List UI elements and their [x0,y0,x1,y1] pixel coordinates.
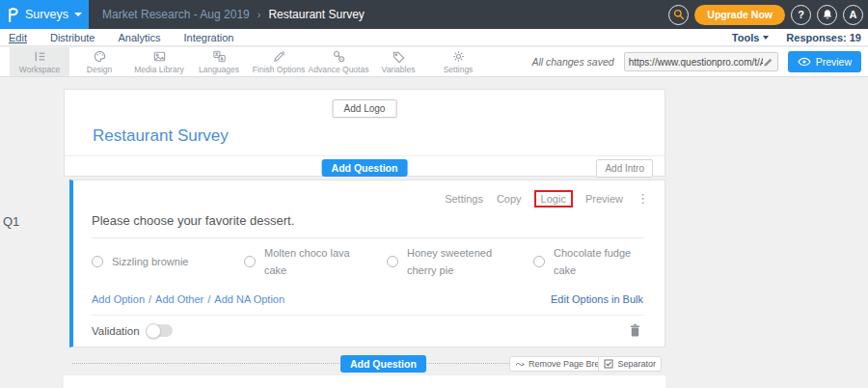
toolbar-item-variables[interactable]: Variables [368,47,428,76]
breadcrumb: Market Research - Aug 2019 › Restaurant … [102,8,365,21]
survey-url-input[interactable] [629,57,763,68]
radio-icon[interactable] [92,256,103,267]
gear-icon [451,49,466,64]
toolbar-item-advance-quotas[interactable]: Advance Quotas [309,47,368,76]
delete-question-button[interactable] [629,323,641,338]
divider [92,315,643,316]
option-molten-choco-lava-cake[interactable]: Molten choco lava cake [244,244,387,279]
remove-page-break-label: Remove Page Break [529,359,609,369]
question-actions: Settings Copy Logic Preview ⋮ [445,191,649,206]
add-logo-button[interactable]: Add Logo [333,99,397,118]
toolbar-item-settings[interactable]: Settings [428,47,488,76]
add-question-button-top[interactable]: Add Question [322,159,408,177]
toolbar-right: All changes saved Preview [531,47,868,76]
chevron-down-icon [74,13,82,16]
add-other-link[interactable]: Add Other [155,293,203,305]
search-button[interactable] [668,5,689,25]
add-option-link[interactable]: Add Option [92,293,145,305]
nav-tabs: Edit Distribute Analytics Integration [0,32,233,43]
workspace-icon [33,49,47,64]
survey-title[interactable]: Restaurant Survey [93,126,229,146]
avatar[interactable]: A [843,5,863,25]
eye-icon [798,57,811,67]
tools-label: Tools [732,32,760,43]
tools-dropdown[interactable]: Tools [732,32,770,43]
notifications-button[interactable] [817,5,837,25]
add-question-button-bottom[interactable]: Add Question [340,355,426,373]
survey-url-box [624,52,778,71]
toolbar-item-design[interactable]: Design [69,47,129,76]
responses-count[interactable]: Responses: 19 [786,32,861,43]
tab-distribute[interactable]: Distribute [50,32,95,43]
question-text-field[interactable]: Please choose your favorite dessert. [92,211,644,238]
link-separator: / [149,293,151,305]
toolbar-items: Workspace Design Media Library Languages [0,47,488,76]
page-break-icon [515,359,525,369]
search-icon [673,9,685,20]
question-options: Sizzling brownie Molten choco lava cake … [92,244,668,279]
radio-icon[interactable] [533,256,545,267]
workspace-canvas: Q1 Add Logo Restaurant Survey Add Questi… [0,77,868,388]
validation-toggle[interactable] [147,324,173,337]
translate-icon [212,49,227,64]
option-links-row: Add Option / Add Other / Add NA Option E… [92,293,643,305]
trash-icon [629,323,641,338]
help-button[interactable]: ? [791,5,811,25]
bell-icon [822,9,833,20]
nav-right: Tools Responses: 19 [732,32,868,43]
toolbar-item-workspace[interactable]: Workspace [10,47,69,76]
separator-toggle[interactable]: Separator [598,356,662,372]
edit-options-in-bulk-link[interactable]: Edit Options in Bulk [551,293,643,305]
toolbar-item-languages[interactable]: Languages [189,47,249,76]
chevron-down-icon [763,36,769,40]
questionpro-logo-icon [7,7,19,22]
divider [65,155,665,156]
option-chocolate-fudge-cake[interactable]: Chocolate fudge cake [533,244,668,279]
question-text: Please choose your favorite dessert. [92,213,294,228]
top-bar: Surveys Market Research - Aug 2019 › Res… [0,0,868,29]
add-intro-button[interactable]: Add Intro [596,159,653,178]
image-icon [152,49,167,64]
toolbar-item-media-library[interactable]: Media Library [129,47,189,76]
surveys-menu-button[interactable]: Surveys [0,0,89,29]
radio-icon[interactable] [387,256,398,267]
survey-nav: Edit Distribute Analytics Integration To… [0,29,868,46]
tab-edit[interactable]: Edit [9,32,27,43]
breadcrumb-parent[interactable]: Market Research - Aug 2019 [102,8,250,21]
link-separator: / [207,293,210,305]
question-settings-action[interactable]: Settings [445,193,483,205]
breadcrumb-separator: › [258,9,261,20]
question-copy-action[interactable]: Copy [497,193,522,205]
add-na-option-link[interactable]: Add NA Option [214,293,285,305]
radio-icon[interactable] [244,256,256,267]
edit-toolbar: Workspace Design Media Library Languages [0,47,868,77]
checked-checkbox-icon [604,359,613,369]
tab-analytics[interactable]: Analytics [118,32,160,43]
quota-links-icon [332,49,346,64]
pen-icon [272,49,286,64]
tag-icon [392,49,406,64]
pencil-edit-icon[interactable] [763,57,773,68]
survey-header-card: Add Logo Restaurant Survey Add Question … [64,89,665,177]
separator-label: Separator [617,359,656,369]
validation-label: Validation [92,325,140,337]
tab-integration[interactable]: Integration [183,32,233,43]
breadcrumb-current: Restaurant Survey [268,8,364,21]
toggle-knob [146,323,161,339]
save-status: All changes saved [531,56,613,68]
option-sizzling-brownie[interactable]: Sizzling brownie [92,244,244,279]
next-page-card [64,375,665,388]
question-number-label: Q1 [3,214,19,229]
upgrade-now-button[interactable]: Upgrade Now [694,5,785,25]
question-footer: Validation [92,323,641,338]
question-card: Settings Copy Logic Preview ⋮ Please cho… [69,180,665,347]
option-honey-sweetened-cherry-pie[interactable]: Honey sweetened cherry pie [387,244,533,279]
question-preview-action[interactable]: Preview [585,193,623,205]
kebab-menu-icon[interactable]: ⋮ [637,191,649,206]
question-logic-action[interactable]: Logic [534,190,573,208]
palette-icon [93,49,107,64]
toolbar-item-finish-options[interactable]: Finish Options [249,47,309,76]
topbar-actions: Upgrade Now ? A [668,5,868,25]
preview-button[interactable]: Preview [788,51,861,72]
preview-label: Preview [816,56,852,68]
